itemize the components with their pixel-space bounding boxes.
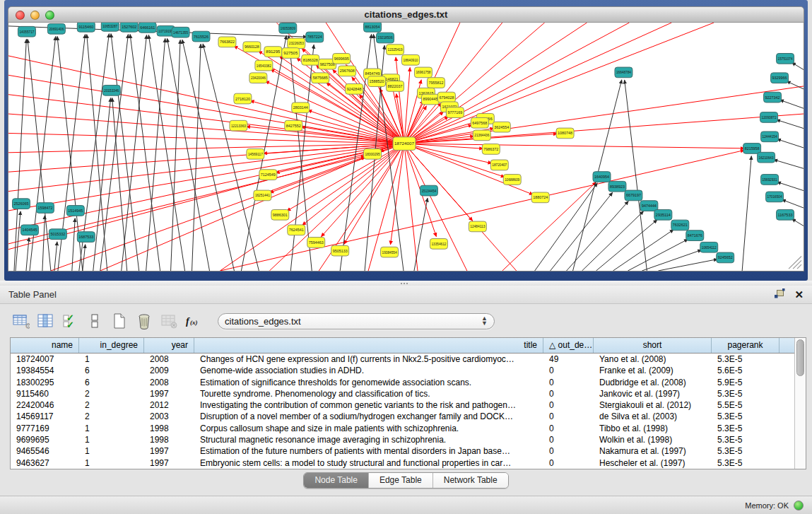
column-header-year[interactable]: year — [144, 338, 194, 353]
graph-node[interactable]: 2935114 — [654, 209, 672, 220]
graph-edge[interactable] — [414, 198, 428, 271]
graph-edge[interactable] — [270, 144, 404, 193]
table-row[interactable]: 1872400712008Changes of HCN gene express… — [11, 354, 794, 365]
tab-network-table[interactable]: Network Table — [433, 473, 508, 488]
graph-node[interactable]: 7955812 — [427, 78, 445, 88]
graph-node[interactable]: 7594463 — [307, 238, 325, 248]
close-panel-icon[interactable]: ✕ — [794, 290, 804, 300]
function-builder-icon[interactable]: f (x) — [183, 311, 204, 331]
graph-node[interactable]: 12325419 — [387, 45, 404, 55]
graph-node[interactable]: 8471676 — [686, 230, 704, 241]
graph-node[interactable]: 12484113 — [469, 221, 486, 232]
graph-node[interactable]: 1527602 — [120, 23, 138, 32]
graph-edge[interactable] — [774, 160, 804, 169]
graph-node[interactable]: 14055717 — [18, 26, 35, 37]
graph-node[interactable]: 12093872 — [760, 112, 778, 123]
graph-node[interactable]: 17016504 — [766, 192, 784, 202]
network-window-titlebar[interactable]: citations_edges.txt — [8, 6, 804, 23]
column-header-title[interactable]: title — [194, 338, 543, 353]
graph-node[interactable]: 2718120 — [234, 93, 252, 104]
table-settings-icon[interactable]: ⚙ — [10, 311, 31, 331]
graph-edge[interactable] — [54, 242, 57, 271]
table-row[interactable]: 946362711997Embryonic stem cells: a mode… — [11, 457, 794, 469]
tab-edge-table[interactable]: Edge Table — [368, 473, 433, 488]
graph-node[interactable]: 1588520 — [368, 76, 386, 87]
graph-edge[interactable] — [26, 238, 29, 271]
graph-edge[interactable] — [148, 35, 184, 271]
float-panel-icon[interactable] — [774, 288, 786, 302]
show-columns-icon[interactable] — [35, 311, 56, 331]
table-row[interactable]: 1938455462009Genome-wide association stu… — [11, 365, 794, 376]
graph-node[interactable]: 16961758 — [414, 67, 432, 78]
graph-node[interactable]: 6497568 — [471, 117, 488, 128]
graph-edge[interactable] — [326, 83, 404, 144]
graph-node[interactable]: 10653287 — [101, 23, 119, 31]
table-row[interactable]: 2242004622012Investigating the contribut… — [11, 399, 794, 411]
graph-node[interactable]: 8990445 — [421, 94, 439, 105]
graph-node[interactable]: 18640910 — [402, 54, 420, 65]
graph-node[interactable]: 7632621 — [671, 220, 689, 230]
graph-node[interactable]: 7124549 — [259, 170, 277, 180]
graph-node[interactable]: 8822037 — [387, 81, 404, 92]
graph-node[interactable]: 3624554 — [493, 122, 510, 132]
graph-node[interactable]: 5875685 — [312, 73, 329, 83]
graph-edge[interactable] — [787, 81, 804, 89]
graph-node[interactable]: 18724007 — [393, 137, 416, 151]
graph-node[interactable]: 1687533 — [77, 232, 95, 243]
graph-node[interactable]: 7624541 — [288, 225, 305, 235]
graph-node[interactable]: 12213363 — [230, 120, 247, 131]
graph-edge[interactable] — [625, 80, 647, 271]
graph-node[interactable]: 8186328 — [302, 54, 319, 65]
graph-node[interactable]: 7986372 — [482, 144, 500, 155]
graph-edge[interactable] — [8, 114, 404, 144]
graph-node[interactable]: 14671355 — [172, 27, 189, 37]
graph-edge[interactable] — [777, 139, 804, 148]
create-table-icon[interactable] — [109, 311, 130, 331]
row-options-icon[interactable] — [84, 311, 105, 331]
table-row[interactable]: 911546021997Tourette syndrome. Phenomeno… — [11, 388, 794, 399]
divider-handle-icon[interactable] — [400, 282, 408, 285]
graph-node[interactable]: 2967608 — [339, 66, 356, 76]
graph-node[interactable]: 1514945 — [66, 206, 84, 216]
column-header-name[interactable]: name — [11, 338, 79, 353]
graph-node[interactable]: 9115460 — [77, 23, 95, 32]
graph-edge[interactable] — [742, 156, 751, 271]
graph-edge[interactable] — [182, 40, 235, 271]
graph-node[interactable]: 15751074 — [777, 54, 794, 64]
graph-node[interactable]: 2526065 — [12, 199, 30, 209]
graph-edge[interactable] — [777, 119, 804, 128]
column-header-short[interactable]: short — [594, 338, 712, 353]
graph-node[interactable]: 6466161 — [139, 23, 156, 33]
graph-node[interactable]: 9227342 — [764, 92, 782, 103]
graph-edge[interactable] — [8, 144, 404, 211]
graph-node[interactable]: 9242848 — [346, 84, 363, 95]
graph-node[interactable]: 6679197 — [625, 190, 642, 201]
import-table-icon[interactable] — [158, 311, 180, 331]
vertical-scrollbar[interactable] — [794, 338, 806, 469]
graph-node[interactable]: 9245652 — [717, 252, 734, 263]
table-row[interactable]: 969969511998Structural magnetic resonanc… — [11, 434, 794, 445]
graph-edge[interactable] — [582, 211, 644, 271]
graph-edge[interactable] — [782, 199, 804, 208]
graph-node[interactable]: 12444154 — [761, 132, 779, 142]
graph-node[interactable]: 18300295 — [364, 148, 382, 159]
graph-node[interactable]: 18720407 — [490, 160, 508, 170]
graph-node[interactable]: 10654112 — [700, 242, 718, 252]
graph-edge[interactable] — [83, 245, 86, 271]
graph-node[interactable]: 8813054 — [364, 23, 382, 32]
graph-node[interactable]: 20691406 — [47, 23, 65, 34]
memory-ok-indicator-icon[interactable] — [794, 501, 804, 510]
graph-edge[interactable] — [192, 44, 201, 271]
scrollbar-thumb[interactable] — [796, 339, 804, 376]
graph-edge[interactable] — [404, 114, 804, 144]
graph-edge[interactable] — [51, 157, 365, 271]
graph-node[interactable]: 8215958 — [743, 144, 761, 154]
graph-node[interactable]: 16210643 — [758, 152, 775, 163]
graph-node[interactable]: 8938923 — [608, 181, 626, 192]
graph-node[interactable]: 9777169 — [446, 107, 464, 118]
select-columns-icon[interactable]: ✓ ✓ — [59, 311, 81, 331]
graph-edge[interactable] — [404, 144, 467, 271]
graph-node[interactable]: 19384554 — [381, 247, 399, 257]
graph-node[interactable]: 9329966 — [771, 73, 789, 83]
column-header-out_degree[interactable]: △ out_de… — [543, 338, 594, 353]
